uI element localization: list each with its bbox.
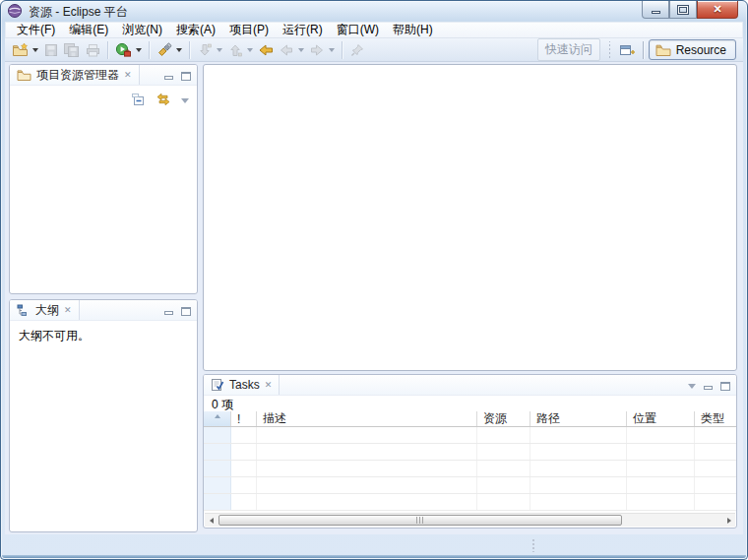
next-annotation-dropdown[interactable]	[217, 48, 222, 52]
project-explorer-toolbar	[130, 92, 189, 110]
scroll-left-icon[interactable]	[205, 514, 218, 527]
scrollbar-grip-icon	[416, 517, 424, 524]
view-menu-icon[interactable]	[688, 384, 696, 389]
outline-header: 大纲 ✕	[10, 300, 197, 321]
tab-tasks[interactable]: Tasks ✕	[204, 375, 280, 395]
outline-icon	[17, 304, 31, 317]
toolbar-separator	[149, 41, 151, 59]
tasks-view: Tasks ✕ 0 项 ! 描述 资源	[203, 374, 737, 529]
outline-controls	[164, 304, 191, 318]
column-label: 资源	[483, 410, 507, 427]
tasks-count-label: 0 项	[204, 396, 736, 411]
last-edit-location-icon	[258, 42, 275, 58]
collapse-all-icon[interactable]	[130, 92, 146, 110]
open-perspective-button[interactable]	[615, 40, 639, 60]
minimize-view-icon[interactable]	[704, 386, 713, 390]
new-wizard-dropdown[interactable]	[32, 48, 38, 52]
pin-editor-button[interactable]	[347, 40, 367, 60]
search-button[interactable]	[155, 40, 174, 60]
minimize-icon	[652, 11, 660, 14]
maximize-view-icon[interactable]	[181, 72, 191, 81]
save-button[interactable]	[41, 40, 61, 60]
column-label: 位置	[633, 410, 656, 427]
tab-project-explorer[interactable]: 项目资源管理器 ✕	[10, 65, 140, 85]
task-row-empty	[204, 477, 736, 494]
minimize-view-icon[interactable]	[164, 76, 173, 80]
last-edit-location-button[interactable]	[256, 40, 277, 60]
back-button[interactable]	[277, 40, 296, 60]
status-bar	[5, 536, 743, 556]
forward-button[interactable]	[307, 40, 327, 60]
column-header-sort[interactable]	[204, 411, 231, 426]
scrollbar-thumb[interactable]	[218, 515, 622, 526]
save-all-button[interactable]	[61, 40, 83, 60]
view-menu-icon[interactable]	[181, 98, 189, 103]
workbench: 项目资源管理器 ✕	[5, 62, 743, 534]
column-header-resource[interactable]: 资源	[477, 411, 530, 426]
editor-area	[203, 64, 737, 371]
column-label: 描述	[263, 410, 286, 427]
new-wizard-button[interactable]	[10, 40, 31, 60]
save-icon	[43, 42, 59, 58]
link-with-editor-icon[interactable]	[156, 92, 171, 110]
column-header-path[interactable]: 路径	[530, 411, 627, 426]
column-header-priority[interactable]: !	[231, 411, 257, 426]
back-arrow-icon	[279, 42, 294, 58]
menu-file[interactable]: 文件(F)	[10, 21, 62, 39]
menu-window[interactable]: 窗口(W)	[330, 21, 386, 39]
task-row-empty	[204, 494, 736, 511]
tasks-table: ! 描述 资源 路径 位置 类型	[204, 411, 736, 513]
menu-help[interactable]: 帮助(H)	[386, 21, 440, 39]
main-toolbar: 快速访问 Resource	[5, 38, 743, 62]
print-icon	[85, 42, 101, 58]
forward-arrow-icon	[309, 42, 325, 58]
menu-project[interactable]: 项目(P)	[222, 21, 276, 39]
window-controls: ✕	[642, 1, 738, 19]
back-dropdown[interactable]	[298, 48, 304, 52]
column-header-location[interactable]: 位置	[627, 411, 695, 426]
window-close-button[interactable]: ✕	[697, 1, 738, 19]
status-bar-grip[interactable]	[532, 539, 535, 552]
project-explorer-controls	[164, 69, 191, 83]
save-all-icon	[63, 42, 81, 58]
outline-close-icon[interactable]: ✕	[64, 305, 72, 315]
scroll-right-icon[interactable]	[722, 514, 735, 527]
outline-tab-label: 大纲	[35, 302, 59, 319]
window-maximize-button[interactable]	[669, 1, 697, 19]
sort-ascending-icon	[215, 414, 220, 418]
external-tools-run-icon	[115, 42, 132, 58]
resource-perspective-button[interactable]: Resource	[649, 39, 736, 60]
window-minimize-button[interactable]	[642, 1, 669, 19]
title-bar[interactable]: 资源 - Eclipse 平台	[7, 3, 629, 22]
print-button[interactable]	[83, 40, 103, 60]
external-tools-button[interactable]	[113, 40, 134, 60]
outline-message: 大纲不可用。	[10, 321, 197, 351]
menu-run[interactable]: 运行(R)	[276, 21, 330, 39]
maximize-view-icon[interactable]	[720, 382, 730, 391]
resource-folder-icon	[655, 43, 671, 57]
forward-dropdown[interactable]	[329, 48, 335, 52]
task-row-empty	[204, 427, 736, 444]
previous-annotation-button[interactable]	[225, 40, 245, 60]
maximize-view-icon[interactable]	[181, 307, 191, 316]
menu-edit[interactable]: 编辑(E)	[62, 21, 115, 39]
search-dropdown[interactable]	[176, 48, 182, 52]
previous-annotation-dropdown[interactable]	[247, 48, 253, 52]
tab-outline[interactable]: 大纲 ✕	[10, 300, 80, 320]
column-header-description[interactable]: 描述	[257, 411, 477, 426]
project-explorer-folder-icon	[17, 69, 31, 82]
minimize-view-icon[interactable]	[164, 311, 173, 315]
external-tools-dropdown[interactable]	[136, 48, 142, 52]
column-header-type[interactable]: 类型	[695, 411, 736, 426]
project-explorer-close-icon[interactable]: ✕	[124, 70, 132, 80]
eclipse-logo-icon	[7, 3, 23, 22]
column-label: 类型	[701, 410, 724, 427]
task-row-empty	[204, 461, 736, 477]
resource-perspective-label: Resource	[676, 43, 726, 57]
quick-access-field[interactable]: 快速访问	[537, 38, 600, 61]
next-annotation-button[interactable]	[195, 40, 215, 60]
menu-search[interactable]: 搜索(A)	[169, 21, 222, 39]
tasks-close-icon[interactable]: ✕	[265, 380, 273, 390]
tasks-horizontal-scrollbar[interactable]	[205, 513, 735, 527]
menu-navigate[interactable]: 浏览(N)	[115, 21, 169, 39]
